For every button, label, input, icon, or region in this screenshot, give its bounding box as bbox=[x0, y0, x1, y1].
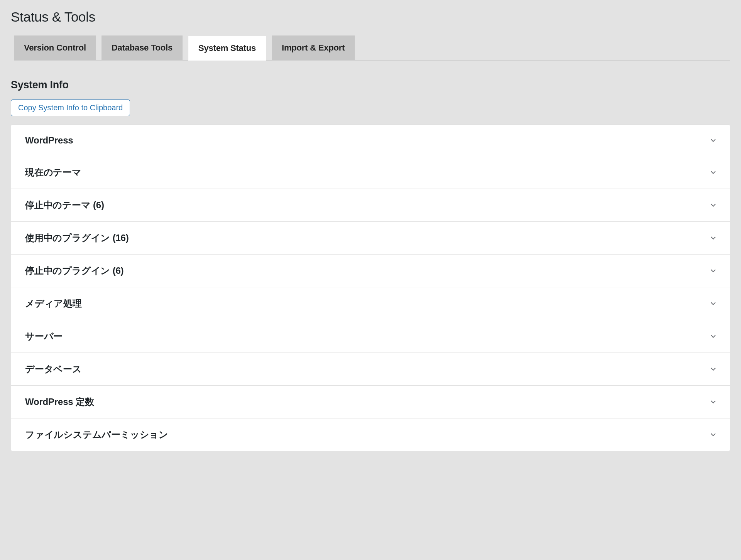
tab-system-status[interactable]: System Status bbox=[188, 36, 266, 61]
accordion-label: サーバー bbox=[25, 330, 63, 342]
accordion-label: 使用中のプラグイン (16) bbox=[25, 232, 129, 244]
accordion-label: データベース bbox=[25, 363, 82, 375]
chevron-down-icon bbox=[708, 200, 718, 210]
system-info-accordion: WordPress 現在のテーマ 停止中のテーマ (6) 使用中のプラグイン (… bbox=[11, 125, 730, 451]
chevron-down-icon bbox=[708, 364, 718, 374]
chevron-down-icon bbox=[708, 266, 718, 276]
accordion-item-database[interactable]: データベース bbox=[11, 353, 730, 386]
accordion-label: 停止中のプラグイン (6) bbox=[25, 265, 124, 277]
accordion-label: ファイルシステムパーミッション bbox=[25, 428, 168, 441]
page-title: Status & Tools bbox=[11, 0, 730, 35]
accordion-item-media-handling[interactable]: メディア処理 bbox=[11, 287, 730, 320]
tab-import-export[interactable]: Import & Export bbox=[272, 35, 355, 60]
accordion-item-inactive-themes[interactable]: 停止中のテーマ (6) bbox=[11, 189, 730, 222]
chevron-down-icon bbox=[708, 299, 718, 309]
accordion-item-wordpress[interactable]: WordPress bbox=[11, 125, 730, 156]
chevron-down-icon bbox=[708, 233, 718, 243]
chevron-down-icon bbox=[708, 397, 718, 407]
accordion-label: 現在のテーマ bbox=[25, 166, 81, 179]
accordion-item-active-plugins[interactable]: 使用中のプラグイン (16) bbox=[11, 222, 730, 255]
chevron-down-icon bbox=[708, 135, 718, 145]
copy-system-info-button[interactable]: Copy System Info to Clipboard bbox=[11, 100, 130, 116]
chevron-down-icon bbox=[708, 331, 718, 341]
chevron-down-icon bbox=[708, 167, 718, 177]
chevron-down-icon bbox=[708, 430, 718, 440]
accordion-label: WordPress 定数 bbox=[25, 396, 94, 408]
accordion-item-wordpress-constants[interactable]: WordPress 定数 bbox=[11, 386, 730, 418]
tab-database-tools[interactable]: Database Tools bbox=[102, 35, 183, 60]
tab-version-control[interactable]: Version Control bbox=[14, 35, 96, 60]
accordion-label: メディア処理 bbox=[25, 297, 82, 310]
accordion-item-filesystem-permissions[interactable]: ファイルシステムパーミッション bbox=[11, 418, 730, 451]
section-title: System Info bbox=[11, 79, 730, 91]
accordion-item-server[interactable]: サーバー bbox=[11, 320, 730, 353]
accordion-label: WordPress bbox=[25, 135, 73, 146]
tab-bar: Version Control Database Tools System St… bbox=[14, 35, 730, 61]
accordion-item-inactive-plugins[interactable]: 停止中のプラグイン (6) bbox=[11, 255, 730, 287]
accordion-item-current-theme[interactable]: 現在のテーマ bbox=[11, 156, 730, 189]
accordion-label: 停止中のテーマ (6) bbox=[25, 199, 104, 211]
